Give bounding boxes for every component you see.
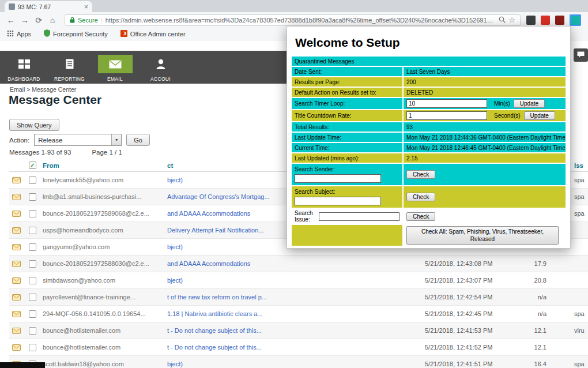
row-score: 12.1: [507, 344, 549, 351]
browser-toolbar: ← → ⟳ ⌂ Secure | https://admin.websense.…: [0, 12, 588, 28]
setup-label-default-action: Default Action on Results set to:: [292, 88, 402, 97]
breadcrumb[interactable]: Email > Message Center: [10, 86, 76, 93]
row-date: 5/21/2018, 12:41:51 PM: [425, 361, 507, 367]
setup-value-last-update-time: Mon May 21 2018 12:44:36 GMT-0400 (Easte…: [404, 133, 566, 142]
forward-button[interactable]: →: [18, 16, 31, 25]
report-icon: [52, 55, 87, 73]
row-subject-link[interactable]: t - Do not change subject of this...: [167, 327, 425, 334]
setup-table: Quarantined Messages Date Sent: Last Sev…: [292, 57, 566, 246]
bookmark-forcepoint[interactable]: Forcepoint Security: [44, 29, 108, 38]
search-issue-input[interactable]: [319, 212, 399, 221]
row-checkbox[interactable]: [29, 294, 36, 301]
update-timer-button[interactable]: Update: [514, 99, 545, 108]
browser-tab[interactable]: 93 MC: 7.67 ×: [5, 1, 92, 12]
search-subject-input[interactable]: [295, 197, 381, 205]
row-checkbox[interactable]: [29, 227, 36, 234]
row-subject-link[interactable]: and ADAAA Accommodations: [167, 260, 425, 267]
row-checkbox[interactable]: [29, 260, 36, 268]
row-checkbox[interactable]: [29, 243, 36, 251]
envelope-icon: [9, 311, 29, 317]
row-date: 5/21/2018, 12:41:52 PM: [425, 344, 507, 351]
action-label: Action:: [9, 137, 29, 144]
action-row: Action: Release ▾ Go: [9, 134, 150, 146]
envelope-icon: [9, 277, 29, 284]
extension-icon-2[interactable]: [555, 16, 564, 25]
row-checkbox[interactable]: [29, 177, 36, 184]
row-subject-link[interactable]: bject): [167, 277, 425, 284]
check-issue-button[interactable]: Check: [406, 212, 435, 221]
countdown-rate-input[interactable]: [406, 111, 487, 120]
bookmark-star-icon[interactable]: ☆: [508, 16, 515, 24]
go-button[interactable]: Go: [126, 134, 150, 146]
search-sender-input[interactable]: [295, 174, 381, 183]
search-timer-loop-input[interactable]: [406, 99, 487, 108]
row-date: 5/21/2018, 12:42:54 PM: [425, 294, 507, 301]
envelope-icon: [9, 211, 29, 217]
row-checkbox[interactable]: [29, 310, 36, 318]
bookmark-forcepoint-label: Forcepoint Security: [53, 31, 108, 37]
padlock-icon: [70, 15, 75, 25]
row-from: scott.baldwin18@yahoo.com: [43, 361, 167, 367]
url-text[interactable]: https://admin.websense.rs8f&area=mc#sid%…: [105, 17, 496, 24]
nav-email[interactable]: EMAIL: [92, 51, 138, 84]
row-checkbox[interactable]: [29, 327, 36, 335]
row-checkbox[interactable]: [29, 344, 36, 351]
nav-account[interactable]: ACCOUI: [138, 51, 183, 84]
chat-bubble-icon: [577, 50, 585, 61]
row-checkbox[interactable]: [29, 193, 36, 201]
extension-icon-active[interactable]: [570, 14, 581, 26]
row-score: 20.8: [507, 277, 549, 284]
search-icon[interactable]: [499, 15, 506, 25]
check-sender-button[interactable]: Check: [406, 170, 435, 179]
column-header-from[interactable]: From: [43, 162, 167, 169]
update-countdown-button[interactable]: Update: [524, 111, 555, 120]
envelope-icon: [9, 261, 29, 267]
tab-favicon: [9, 3, 15, 10]
row-checkbox[interactable]: [29, 277, 36, 284]
setup-label-last-updated-mins: Last Updated (mins ago):: [292, 153, 402, 163]
back-button[interactable]: ←: [5, 16, 17, 25]
secure-label: Secure: [78, 17, 98, 24]
status-bar-fragment: [0, 362, 45, 368]
select-all-checkbox[interactable]: ✓: [29, 162, 36, 169]
setup-value-date-sent: Last Seven Days: [404, 67, 566, 76]
row-subject-link[interactable]: bject): [167, 361, 425, 367]
envelope-icon: [9, 328, 29, 334]
chat-button[interactable]: [574, 48, 588, 62]
setup-value-default-action: DELETED: [404, 88, 566, 97]
row-subject-link[interactable]: t of the new tax reform on travel p...: [167, 294, 425, 301]
check-all-button[interactable]: Check All: Spam, Phishing, Virus, Threat…: [406, 226, 559, 245]
extension-icon-1[interactable]: [526, 16, 536, 25]
nav-account-label: ACCOUI: [150, 76, 171, 82]
extension-area: [526, 14, 583, 26]
message-row: simbdawson@yahoo.combject)5/21/2018, 12:…: [9, 272, 588, 289]
action-select[interactable]: Release ▾: [34, 134, 122, 146]
tab-close-icon[interactable]: ×: [84, 3, 88, 10]
check-subject-button[interactable]: Check: [406, 193, 435, 201]
chevron-down-icon[interactable]: ▾: [111, 134, 121, 145]
envelope-icon: [9, 294, 29, 301]
row-subject-link[interactable]: t - Do not change subject of this...: [167, 344, 425, 351]
bookmark-office[interactable]: Office Admin center: [120, 30, 186, 38]
address-bar[interactable]: Secure | https://admin.websense.rs8f&are…: [65, 14, 521, 26]
home-button[interactable]: ⌂: [46, 16, 59, 25]
message-row: payrollevent@finance-traininge...t of th…: [9, 289, 588, 306]
search-subject-label: Search Subject:: [295, 189, 336, 195]
message-row: bounce@hotlistemailer.comt - Do not chan…: [9, 322, 588, 339]
reload-button[interactable]: ⟳: [32, 16, 45, 25]
row-checkbox[interactable]: [29, 210, 36, 217]
row-from: bounce-20180521972588030@c2.e...: [43, 260, 167, 267]
show-query-button[interactable]: Show Query: [9, 119, 59, 131]
url-divider: |: [101, 17, 103, 24]
row-from: 294-MQF-056.0.141095.0.0.19654...: [43, 310, 167, 317]
messages-count: Messages 1-93 of 93: [9, 149, 71, 156]
extension-icon-pdf[interactable]: [541, 16, 550, 25]
bookmark-apps[interactable]: Apps: [7, 30, 31, 38]
dashboard-icon: [7, 55, 42, 73]
row-subject-link[interactable]: 1.18 | Nabriva antibiotic clears a...: [167, 310, 425, 317]
nav-reporting[interactable]: REPORTING: [47, 51, 92, 84]
row-from: payrollevent@finance-traininge...: [43, 294, 167, 301]
nav-dashboard[interactable]: DASHBOARD: [1, 51, 47, 84]
row-from: lonelycamick55@yahoo.com: [43, 177, 167, 183]
row-from: bounce-20180521972589068@c2.e...: [43, 210, 167, 217]
